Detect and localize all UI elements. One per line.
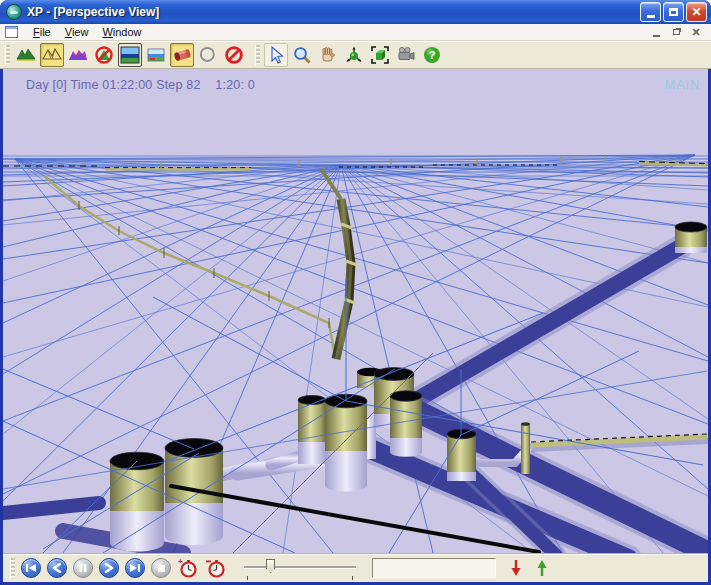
- speed-up-stopwatch-icon[interactable]: +: [177, 557, 199, 579]
- colored-terrain-icon[interactable]: [66, 43, 90, 67]
- texture-map-icon[interactable]: [144, 43, 168, 67]
- jump-down-icon[interactable]: [510, 559, 522, 577]
- view-label: MAIN: [665, 78, 700, 92]
- solid-terrain-icon[interactable]: [14, 43, 38, 67]
- window-title: XP - [Perspective View]: [27, 5, 638, 19]
- skip-forward-icon[interactable]: [125, 558, 145, 578]
- prohibit-icon[interactable]: [222, 43, 246, 67]
- slider-thumb[interactable]: [266, 559, 275, 573]
- fit-extents-icon[interactable]: [368, 43, 392, 67]
- scene-3d: [3, 69, 708, 553]
- minimize-button[interactable]: [640, 2, 661, 22]
- mdi-minimize-button[interactable]: [649, 26, 663, 39]
- speed-down-stopwatch-icon[interactable]: [205, 557, 227, 579]
- pan-hand-icon[interactable]: [316, 43, 340, 67]
- stop-icon[interactable]: [151, 558, 171, 578]
- play-reverse-icon[interactable]: [47, 558, 67, 578]
- mdi-close-button[interactable]: ✕: [689, 26, 703, 39]
- playbar-grip[interactable]: [10, 558, 15, 578]
- ring-icon[interactable]: [196, 43, 220, 67]
- terrain-off-icon[interactable]: [92, 43, 116, 67]
- menu-bar: File View Window ✕: [0, 24, 711, 41]
- select-arrow-icon[interactable]: [264, 43, 288, 67]
- toolbar: ?: [0, 41, 711, 69]
- frame-input[interactable]: [372, 558, 496, 578]
- slider-track: [244, 566, 356, 569]
- application-window: XP - [Perspective View] ✕ File View Wind…: [0, 0, 711, 585]
- perspective-viewport[interactable]: Day [0] Time 01:22:00 Step 82 1:20: 0 MA…: [3, 69, 708, 553]
- jump-up-icon[interactable]: [536, 559, 548, 577]
- menu-view[interactable]: View: [58, 25, 96, 39]
- speed-slider[interactable]: [244, 557, 356, 579]
- simulation-status: Day [0] Time 01:22:00 Step 82 1:20: 0: [26, 78, 255, 92]
- pause-icon[interactable]: [73, 558, 93, 578]
- menu-file[interactable]: File: [26, 25, 58, 39]
- title-bar[interactable]: XP - [Perspective View] ✕: [0, 0, 711, 24]
- skip-back-icon[interactable]: [21, 558, 41, 578]
- toolbar-grip[interactable]: [255, 45, 260, 65]
- texture-view-icon[interactable]: [118, 43, 142, 67]
- orbit-icon[interactable]: [342, 43, 366, 67]
- mdi-restore-button[interactable]: [669, 26, 683, 39]
- zoom-icon[interactable]: [290, 43, 314, 67]
- play-forward-icon[interactable]: [99, 558, 119, 578]
- document-icon[interactable]: [5, 26, 18, 38]
- help-icon[interactable]: ?: [420, 43, 444, 67]
- wireframe-terrain-icon[interactable]: [40, 43, 64, 67]
- menu-window[interactable]: Window: [95, 25, 148, 39]
- close-button[interactable]: ✕: [686, 2, 707, 22]
- svg-text:?: ?: [428, 49, 435, 61]
- toolbar-grip[interactable]: [5, 45, 10, 65]
- camera-icon[interactable]: [394, 43, 418, 67]
- app-icon: [6, 4, 22, 20]
- playback-toolbar: +: [3, 553, 708, 582]
- maximize-button[interactable]: [663, 2, 684, 22]
- pipe-view-icon[interactable]: [170, 43, 194, 67]
